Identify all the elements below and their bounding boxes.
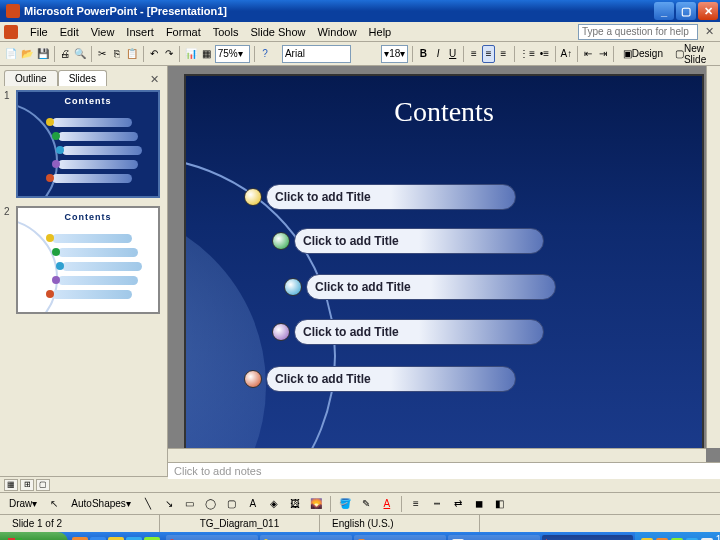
print-icon[interactable]: 🖨 bbox=[59, 45, 72, 63]
menu-insert[interactable]: Insert bbox=[120, 24, 160, 40]
arrow-icon[interactable]: ↘ bbox=[160, 495, 178, 513]
slide-canvas[interactable]: Contents Click to add TitleClick to add … bbox=[184, 74, 704, 454]
menu-edit[interactable]: Edit bbox=[54, 24, 85, 40]
tab-outline[interactable]: Outline bbox=[4, 70, 58, 86]
bullets-icon[interactable]: •≡ bbox=[538, 45, 551, 63]
sorter-view-button[interactable]: ⊞ bbox=[20, 479, 34, 491]
undo-icon[interactable]: ↶ bbox=[148, 45, 161, 63]
decrease-indent-icon[interactable]: ⇤ bbox=[582, 45, 595, 63]
menu-file[interactable]: File bbox=[24, 24, 54, 40]
fill-color-icon[interactable]: 🪣 bbox=[336, 495, 354, 513]
copy-icon[interactable]: ⎘ bbox=[111, 45, 124, 63]
align-left-icon[interactable]: ≡ bbox=[468, 45, 481, 63]
doc-close-button[interactable]: ✕ bbox=[702, 25, 716, 38]
font-combo[interactable]: Arial bbox=[282, 45, 351, 63]
thumbnail-list[interactable]: 1 Contents 2 Contents bbox=[0, 86, 167, 476]
preview-icon[interactable]: 🔍 bbox=[73, 45, 87, 63]
textbox-icon[interactable]: ▢ bbox=[223, 495, 241, 513]
vertical-scrollbar[interactable] bbox=[706, 66, 720, 448]
diagram-icon[interactable]: ◈ bbox=[265, 495, 283, 513]
italic-button[interactable]: I bbox=[432, 45, 445, 63]
slideshow-view-button[interactable]: ▢ bbox=[36, 479, 50, 491]
maximize-button[interactable]: ▢ bbox=[676, 2, 696, 20]
select-arrow-icon[interactable]: ↖ bbox=[45, 495, 63, 513]
shadow-icon[interactable]: ◼ bbox=[470, 495, 488, 513]
autoshapes-menu[interactable]: AutoShapes ▾ bbox=[66, 495, 136, 513]
menu-format[interactable]: Format bbox=[160, 24, 207, 40]
help-icon[interactable]: ? bbox=[259, 45, 272, 63]
rectangle-icon[interactable]: ▭ bbox=[181, 495, 199, 513]
menu-help[interactable]: Help bbox=[363, 24, 398, 40]
menu-slideshow[interactable]: Slide Show bbox=[244, 24, 311, 40]
line-icon[interactable]: ╲ bbox=[139, 495, 157, 513]
task-item[interactable]: Yahoo! Messen... bbox=[260, 535, 352, 540]
statusbar: Slide 1 of 2 TG_Diagram_011 English (U.S… bbox=[0, 514, 720, 532]
paste-icon[interactable]: 📋 bbox=[125, 45, 139, 63]
menu-view[interactable]: View bbox=[85, 24, 121, 40]
slide-title[interactable]: Contents bbox=[186, 96, 702, 128]
table-icon[interactable]: ▦ bbox=[200, 45, 213, 63]
app-icon bbox=[6, 4, 20, 18]
line-color-icon[interactable]: ✎ bbox=[357, 495, 375, 513]
chart-icon[interactable]: 📊 bbox=[184, 45, 198, 63]
align-center-icon[interactable]: ≡ bbox=[482, 45, 495, 63]
normal-view-button[interactable]: ▦ bbox=[4, 479, 18, 491]
slide-editor: Contents Click to add TitleClick to add … bbox=[168, 66, 720, 476]
notes-pane[interactable]: Click to add notes bbox=[168, 462, 720, 479]
tab-slides[interactable]: Slides bbox=[58, 70, 107, 86]
status-language: English (U.S.) bbox=[320, 515, 480, 532]
cut-icon[interactable]: ✂ bbox=[96, 45, 109, 63]
new-icon[interactable]: 📄 bbox=[4, 45, 18, 63]
line-style-icon[interactable]: ≡ bbox=[407, 495, 425, 513]
underline-button[interactable]: U bbox=[446, 45, 459, 63]
slide-thumbnail[interactable]: Contents bbox=[16, 206, 160, 314]
increase-indent-icon[interactable]: ⇥ bbox=[596, 45, 609, 63]
draw-menu[interactable]: Draw ▾ bbox=[4, 495, 42, 513]
3d-icon[interactable]: ◧ bbox=[491, 495, 509, 513]
content-pill[interactable]: Click to add Title bbox=[266, 366, 516, 392]
task-item[interactable]: Túi quà tặng - ... bbox=[354, 535, 446, 540]
increase-font-icon[interactable]: A↑ bbox=[559, 45, 573, 63]
numbering-icon[interactable]: ⋮≡ bbox=[518, 45, 536, 63]
menu-window[interactable]: Window bbox=[311, 24, 362, 40]
wordart-icon[interactable]: A bbox=[244, 495, 262, 513]
zoom-combo[interactable]: 75% ▾ bbox=[215, 45, 250, 63]
window-titlebar: Microsoft PowerPoint - [Presentation1] _… bbox=[0, 0, 720, 22]
content-pill[interactable]: Click to add Title bbox=[294, 319, 544, 345]
menu-tools[interactable]: Tools bbox=[207, 24, 245, 40]
content-pill[interactable]: Click to add Title bbox=[294, 228, 544, 254]
task-item[interactable]: Microsoft Power... bbox=[542, 535, 634, 540]
arrow-style-icon[interactable]: ⇄ bbox=[449, 495, 467, 513]
fontsize-combo[interactable]: ▾ 18 ▾ bbox=[381, 45, 408, 63]
oval-icon[interactable]: ◯ bbox=[202, 495, 220, 513]
task-item[interactable]: Mẫu làm power... bbox=[166, 535, 258, 540]
doc-icon bbox=[4, 25, 18, 39]
help-search-input[interactable] bbox=[578, 24, 698, 40]
bullet-dot bbox=[244, 370, 262, 388]
content-pill[interactable]: Click to add Title bbox=[306, 274, 556, 300]
horizontal-scrollbar[interactable] bbox=[168, 448, 706, 462]
redo-icon[interactable]: ↷ bbox=[163, 45, 176, 63]
picture-icon[interactable]: 🌄 bbox=[307, 495, 325, 513]
start-button[interactable]: start bbox=[0, 532, 68, 540]
slide-thumbnail[interactable]: Contents bbox=[16, 90, 160, 198]
close-button[interactable]: ✕ bbox=[698, 2, 718, 20]
bullet-dot bbox=[284, 278, 302, 296]
status-template: TG_Diagram_011 bbox=[160, 515, 320, 532]
minimize-button[interactable]: _ bbox=[654, 2, 674, 20]
content-pill[interactable]: Click to add Title bbox=[266, 184, 516, 210]
standard-toolbar: 📄 📂 💾 🖨 🔍 ✂ ⎘ 📋 ↶ ↷ 📊 ▦ 75% ▾ ? Arial ▾ … bbox=[0, 42, 720, 66]
align-right-icon[interactable]: ≡ bbox=[497, 45, 510, 63]
font-color-icon[interactable]: A bbox=[378, 495, 396, 513]
thumb-number: 1 bbox=[4, 90, 16, 198]
windows-taskbar: start Mẫu làm power... Yahoo! Messen... … bbox=[0, 532, 720, 540]
task-item[interactable]: Diagram bbox=[448, 535, 540, 540]
design-button[interactable]: ▣ Design bbox=[618, 45, 668, 63]
dash-style-icon[interactable]: ┅ bbox=[428, 495, 446, 513]
new-slide-button[interactable]: ▢ New Slide bbox=[670, 45, 716, 63]
bold-button[interactable]: B bbox=[417, 45, 430, 63]
open-icon[interactable]: 📂 bbox=[20, 45, 34, 63]
pane-close-button[interactable]: ✕ bbox=[146, 73, 163, 86]
save-icon[interactable]: 💾 bbox=[36, 45, 50, 63]
clipart-icon[interactable]: 🖼 bbox=[286, 495, 304, 513]
